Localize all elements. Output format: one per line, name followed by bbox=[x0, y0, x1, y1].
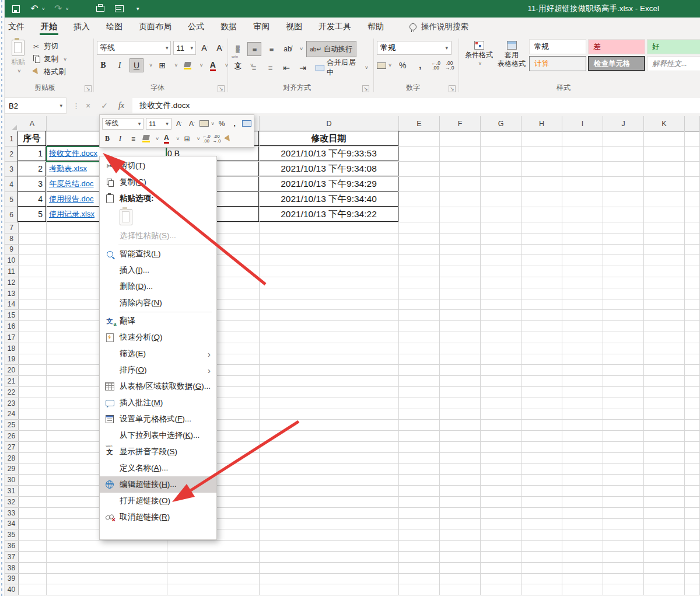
row-header-2[interactable]: 2 bbox=[5, 147, 19, 162]
clipboard-dialog-launcher[interactable]: ↘ bbox=[85, 85, 92, 92]
menu-item-清除内容[interactable]: 清除内容(N) bbox=[100, 295, 216, 311]
column-header-partial[interactable] bbox=[685, 116, 700, 132]
row-header-4[interactable]: 4 bbox=[5, 177, 19, 192]
row-header-9[interactable]: 9 bbox=[5, 245, 19, 256]
cell-style-check[interactable]: 检查单元格 bbox=[588, 56, 645, 71]
mini-decrease-decimal-button[interactable]: .00→.0 bbox=[213, 134, 221, 143]
mini-accounting-button[interactable]: ˅ bbox=[200, 120, 214, 127]
column-header-H[interactable]: H bbox=[522, 116, 562, 132]
tell-me-search[interactable]: 操作说明搜索 bbox=[410, 22, 468, 32]
tab-视图[interactable]: 视图 bbox=[278, 18, 310, 36]
conditional-formatting-button[interactable]: 条件格式˅ bbox=[462, 36, 496, 67]
merge-center-button[interactable]: 合并后居中˅ bbox=[313, 60, 371, 75]
save-icon[interactable] bbox=[10, 4, 21, 14]
number-format-select[interactable]: 常规▾ bbox=[377, 41, 452, 55]
redo-icon[interactable]: ↷ bbox=[53, 4, 64, 14]
column-header-D[interactable]: D bbox=[260, 116, 399, 132]
mini-grow-font-button[interactable]: Aˆ bbox=[174, 118, 184, 129]
orientation-button[interactable]: ab̸ bbox=[281, 43, 294, 55]
cell-modified-date[interactable]: 2021/10/13 下午9:34:29 bbox=[260, 177, 398, 191]
tab-审阅[interactable]: 审阅 bbox=[245, 18, 278, 36]
select-all-corner[interactable] bbox=[5, 116, 19, 132]
bold-button[interactable]: B bbox=[97, 59, 110, 72]
tab-开始[interactable]: 开始 bbox=[33, 18, 65, 36]
cell-style-calc[interactable]: 计算 bbox=[529, 56, 586, 71]
menu-item-插入批注[interactable]: 插入批注(M) bbox=[100, 395, 216, 411]
row-header-15[interactable]: 15 bbox=[5, 310, 19, 321]
column-header-J[interactable]: J bbox=[603, 116, 644, 132]
copy-button[interactable]: 复制˅ bbox=[32, 54, 66, 65]
cell-serial[interactable]: 1 bbox=[18, 147, 46, 161]
form-icon[interactable] bbox=[114, 4, 124, 14]
font-color-button[interactable]: A bbox=[206, 59, 219, 72]
menu-item-排序[interactable]: 排序(O)› bbox=[100, 362, 216, 378]
row-header-34[interactable]: 34 bbox=[5, 519, 19, 530]
row-header-7[interactable]: 7 bbox=[5, 222, 19, 233]
increase-decimal-button[interactable]: ←.0.00 bbox=[431, 61, 440, 71]
format-as-table-button[interactable]: 套用 表格格式 bbox=[495, 36, 528, 68]
row-header-1[interactable]: 1 bbox=[5, 131, 19, 147]
row-header-24[interactable]: 24 bbox=[5, 409, 19, 420]
font-size-select[interactable]: 11▾ bbox=[173, 41, 196, 55]
italic-button[interactable]: I bbox=[113, 59, 126, 72]
comma-style-button[interactable]: , bbox=[414, 59, 426, 72]
mini-fill-color-button[interactable] bbox=[141, 134, 151, 144]
undo-icon[interactable]: ↶ bbox=[29, 4, 40, 14]
row-header-27[interactable]: 27 bbox=[5, 442, 19, 453]
row-header-35[interactable]: 35 bbox=[5, 529, 19, 541]
chevron-down-icon[interactable]: ˅ bbox=[42, 6, 45, 12]
menu-item-智能查找[interactable]: 智能查找(L) bbox=[100, 246, 216, 262]
column-header-F[interactable]: F bbox=[440, 116, 481, 132]
row-header-10[interactable]: 10 bbox=[5, 255, 19, 266]
formula-input[interactable]: 接收文件.docx bbox=[132, 98, 700, 113]
menu-item-编辑超链接[interactable]: 编辑超链接(H)... bbox=[100, 476, 216, 493]
column-header-I[interactable]: I bbox=[562, 116, 603, 132]
cell-modified-date[interactable]: 2021/10/13 下午9:34:40 bbox=[260, 192, 398, 207]
row-header-22[interactable]: 22 bbox=[5, 387, 19, 398]
decrease-indent-button[interactable]: ⇤ bbox=[280, 61, 293, 74]
menu-item-复制[interactable]: 复制(C) bbox=[100, 174, 216, 190]
middle-align-button[interactable]: ≡ bbox=[247, 42, 261, 56]
confirm-entry-button[interactable]: ✓ bbox=[101, 101, 108, 110]
column-header-A[interactable]: A bbox=[18, 116, 47, 132]
mini-merge-icon[interactable] bbox=[242, 120, 251, 127]
tab-文件[interactable]: 文件 bbox=[0, 18, 33, 36]
customize-quick-access-icon[interactable]: ▾ bbox=[132, 4, 143, 14]
fill-color-button[interactable] bbox=[181, 59, 194, 72]
mini-font-color-button[interactable]: A bbox=[161, 134, 172, 144]
cell-modified-date[interactable]: 2021/10/13 下午9:34:08 bbox=[260, 162, 398, 176]
row-header-29[interactable]: 29 bbox=[5, 464, 19, 475]
print-preview-icon[interactable] bbox=[95, 4, 106, 14]
cell-modified-date[interactable]: 2021/10/13 下午9:33:53 bbox=[260, 147, 398, 161]
insert-function-button[interactable]: fx bbox=[118, 101, 124, 110]
font-dialog-launcher[interactable]: ↘ bbox=[218, 85, 225, 92]
row-header-32[interactable]: 32 bbox=[5, 497, 19, 508]
number-dialog-launcher[interactable]: ↘ bbox=[449, 85, 456, 92]
underline-button[interactable]: U bbox=[130, 58, 144, 72]
mini-increase-decimal-button[interactable]: ←.0.00 bbox=[202, 134, 211, 143]
name-box[interactable]: B2▾ bbox=[5, 97, 66, 114]
row-header-16[interactable]: 16 bbox=[5, 321, 19, 332]
column-header-G[interactable]: G bbox=[481, 116, 522, 132]
table-header-serial[interactable]: 序号 bbox=[18, 131, 46, 146]
tab-数据[interactable]: 数据 bbox=[212, 18, 245, 36]
cut-button[interactable]: ✂剪切 bbox=[32, 41, 66, 52]
increase-indent-button[interactable]: ⇥ bbox=[296, 61, 309, 74]
mini-shrink-font-button[interactable]: Aˇ bbox=[187, 118, 197, 129]
row-header-23[interactable]: 23 bbox=[5, 398, 19, 409]
tab-插入[interactable]: 插入 bbox=[65, 18, 98, 36]
menu-item-显示拼音字段[interactable]: 文显示拼音字段(S) bbox=[100, 444, 216, 460]
cell-style-bad[interactable]: 差 bbox=[588, 39, 645, 54]
cell-style-good[interactable]: 好 bbox=[647, 39, 700, 54]
menu-item-插入[interactable]: 插入(I)... bbox=[100, 262, 216, 278]
row-header-8[interactable]: 8 bbox=[5, 233, 19, 245]
row-header-33[interactable]: 33 bbox=[5, 508, 19, 519]
cancel-entry-button[interactable]: × bbox=[86, 101, 90, 110]
shrink-font-button[interactable]: Aˇ bbox=[214, 41, 226, 54]
mini-italic-button[interactable]: I bbox=[115, 134, 125, 144]
row-header-28[interactable]: 28 bbox=[5, 453, 19, 464]
mini-font-family-select[interactable]: 等线▾ bbox=[102, 118, 144, 130]
paste-option-keep-source[interactable] bbox=[100, 207, 216, 228]
row-header-31[interactable]: 31 bbox=[5, 486, 19, 497]
menu-item-设置单元格格式[interactable]: 设置单元格格式(F)... bbox=[100, 411, 216, 427]
